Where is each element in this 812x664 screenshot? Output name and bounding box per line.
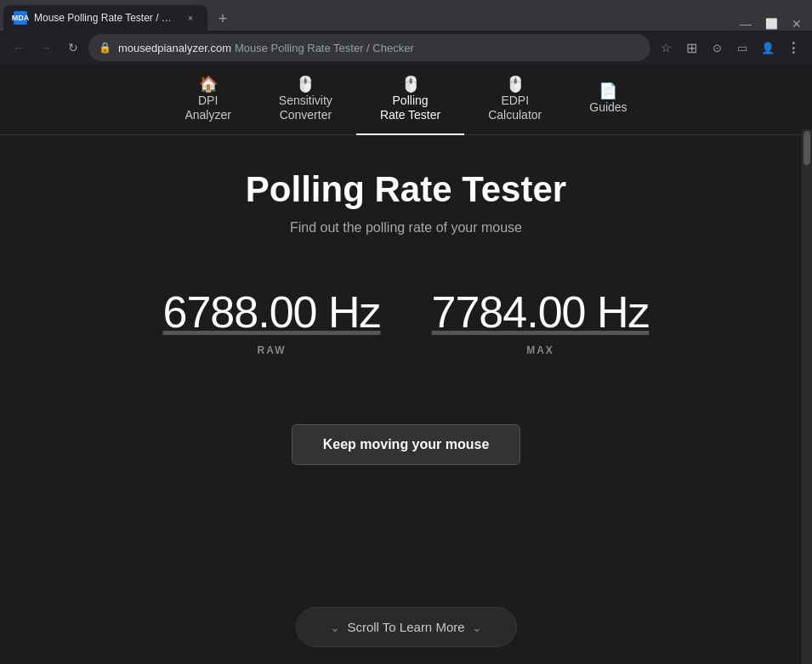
edpi-calculator-label: EDPICalculator [488,94,542,122]
tab-close-button[interactable]: × [184,11,197,25]
scrollbar-thumb[interactable] [803,131,810,165]
sensitivity-converter-icon: 🖱️ [296,77,315,92]
menu-button[interactable]: ⋮ [781,36,805,60]
screenshot-icon: ⊙ [713,42,722,54]
scroll-to-learn-label: Scroll To Learn More [347,620,464,634]
extensions-button[interactable]: ⊞ [679,36,703,60]
back-icon: ← [13,41,25,54]
polling-rate-tester-icon: 🖱️ [401,77,420,92]
edpi-calculator-icon: 🖱️ [506,77,525,92]
menu-icon: ⋮ [786,40,800,56]
max-stat: 7784.00 Hz MAX [432,287,650,356]
lock-icon: 🔒 [99,42,111,54]
browser-chrome: MDA Mouse Polling Rate Tester / Che × + … [0,0,812,65]
page-content: 🏠 DPIAnalyzer 🖱️ SensitivityConverter 🖱️… [0,65,812,664]
address-domain: mousedpianalyzer.com [118,42,231,54]
new-tab-button[interactable]: + [211,7,235,31]
scrollbar[interactable] [802,129,812,664]
dpi-analyzer-icon: 🏠 [199,77,218,92]
restore-icon[interactable]: ⬜ [765,18,778,30]
guides-icon: 📄 [599,83,617,99]
forward-icon: → [40,41,52,54]
minimize-icon[interactable]: — [740,17,752,31]
scroll-to-learn-button[interactable]: ⌄ Scroll To Learn More ⌄ [295,607,516,647]
tab-title: Mouse Polling Rate Tester / Che [34,12,177,24]
tab-strip: MDA Mouse Polling Rate Tester / Che × + … [0,0,812,31]
profile-button[interactable]: 👤 [756,36,780,60]
sidebar-icon: ▭ [737,42,747,54]
max-label: MAX [526,344,554,356]
bookmark-button[interactable]: ☆ [654,36,678,60]
address-path: Mouse Polling Rate Tester / Checker [235,42,414,54]
nav-item-polling-rate-tester[interactable]: 🖱️ PollingRate Tester [356,65,464,134]
sidebar-button[interactable]: ▭ [730,36,754,60]
bookmark-icon: ☆ [661,41,672,54]
max-value: 7784.00 Hz [432,287,650,338]
keep-moving-button[interactable]: Keep moving your mouse [292,424,521,465]
forward-button[interactable]: → [34,36,58,60]
back-button[interactable]: ← [7,36,31,60]
raw-value: 6788.00 Hz [163,287,381,338]
page-subtitle: Find out the polling rate of your mouse [290,220,522,236]
active-tab[interactable]: MDA Mouse Polling Rate Tester / Che × [3,5,207,31]
address-text: mousedpianalyzer.com Mouse Polling Rate … [118,42,640,54]
site-nav: 🏠 DPIAnalyzer 🖱️ SensitivityConverter 🖱️… [0,65,812,135]
address-bar[interactable]: 🔒 mousedpianalyzer.com Mouse Polling Rat… [88,34,650,61]
page-title: Polling Rate Tester [246,169,566,210]
nav-item-dpi-analyzer[interactable]: 🏠 DPIAnalyzer [161,65,254,134]
extensions-icon: ⊞ [686,40,697,56]
dpi-analyzer-label: DPIAnalyzer [185,94,230,122]
nav-item-sensitivity-converter[interactable]: 🖱️ SensitivityConverter [255,65,356,134]
nav-item-guides[interactable]: 📄 Guides [565,71,650,127]
raw-label: RAW [258,344,287,356]
tab-favicon: MDA [14,11,27,25]
chevron-right-icon: ⌄ [472,621,482,634]
nav-right-buttons: ☆ ⊞ ⊙ ▭ 👤 ⋮ [654,36,805,60]
screenshot-button[interactable]: ⊙ [705,36,729,60]
refresh-button[interactable]: ↻ [61,36,85,60]
main-content: Polling Rate Tester Find out the polling… [0,135,812,533]
chevron-left-icon: ⌄ [330,621,340,634]
close-window-icon[interactable]: ✕ [792,17,802,31]
polling-rate-tester-label: PollingRate Tester [380,94,440,122]
nav-bar: ← → ↻ 🔒 mousedpianalyzer.com Mouse Polli… [0,31,812,65]
refresh-icon: ↻ [68,41,78,54]
nav-item-edpi-calculator[interactable]: 🖱️ EDPICalculator [464,65,565,134]
guides-label: Guides [589,100,627,115]
profile-icon: 👤 [761,42,775,54]
sensitivity-converter-label: SensitivityConverter [279,94,332,122]
stats-row: 6788.00 Hz RAW 7784.00 Hz MAX [163,287,650,356]
raw-stat: 6788.00 Hz RAW [163,287,381,356]
